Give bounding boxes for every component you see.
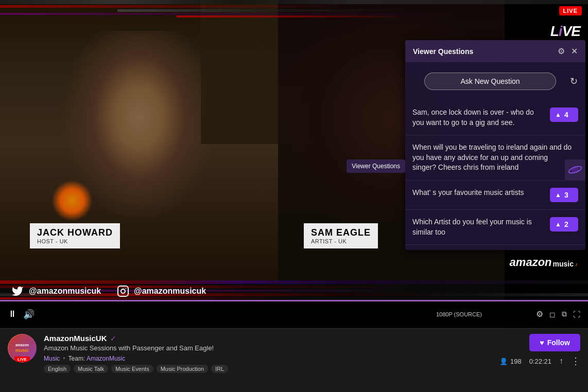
- upvote-icon-3: ▲: [555, 191, 561, 199]
- artist-lower-third: SAM EAGLE ARTIST - UK: [304, 223, 378, 248]
- svg-point-1: [121, 289, 125, 293]
- channel-info-bar: amazon music LIVE AmazonMusicUK ✓ Amazon…: [0, 328, 588, 392]
- twitter-handle-text: @amazonmusicuk: [29, 287, 101, 296]
- tag-pill[interactable]: English: [44, 365, 71, 373]
- question-text-2: When will you be traveling to ireland ag…: [412, 142, 573, 173]
- share-button[interactable]: ↑: [559, 357, 563, 366]
- avatar-live-badge: LIVE: [14, 357, 30, 362]
- more-options-button[interactable]: ⋮: [571, 355, 580, 367]
- tag-pill[interactable]: Music Talk: [74, 365, 108, 373]
- channel-name-row: AmazonMusicUK ✓: [44, 334, 489, 343]
- stream-title: Amazon Music Sessions with Passenger and…: [44, 344, 489, 352]
- player-controls: ⏸ 🔊 1080P (SOURCE) ⚙ ◻ ⧉ ⛶: [0, 300, 588, 328]
- tag-pill[interactable]: Music Events: [111, 365, 153, 373]
- follow-button[interactable]: ♥ Follow: [529, 334, 580, 351]
- tag-pill[interactable]: IRL: [211, 365, 228, 373]
- ask-new-question-button[interactable]: Ask New Question: [424, 73, 556, 90]
- vq-header-icons: ⚙ ✕: [558, 46, 578, 56]
- viewers-number: 198: [510, 358, 522, 365]
- channel-name[interactable]: AmazonMusicUK: [44, 334, 107, 343]
- heart-icon: ♥: [540, 338, 544, 347]
- vote-button-3[interactable]: ▲ 3: [550, 188, 578, 202]
- artist-role: ARTIST - UK: [311, 238, 371, 244]
- volume-button[interactable]: 🔊: [23, 309, 34, 320]
- viewers-count: 👤 198: [499, 358, 522, 365]
- viewer-questions-panel: Viewer Questions ⚙ ✕ Ask New Question ↻ …: [405, 40, 585, 250]
- host-name: JACK HOWARD: [37, 227, 113, 238]
- svg-rect-0: [118, 286, 128, 296]
- live-tv-text: LiVE: [550, 23, 580, 40]
- tag-pill[interactable]: Music Production: [157, 365, 208, 373]
- orbit-icon-button[interactable]: [565, 159, 585, 180]
- channel-info: AmazonMusicUK ✓ Amazon Music Sessions wi…: [44, 334, 489, 373]
- settings-icon[interactable]: ⚙: [536, 309, 543, 319]
- twitter-icon: [10, 285, 25, 297]
- team-label: Team: AmazonMusic: [68, 355, 126, 362]
- artist-name: SAM EAGLE: [311, 227, 371, 238]
- instagram-handle: @amazonmusicuk: [116, 285, 206, 297]
- vq-settings-button[interactable]: ⚙: [558, 46, 565, 56]
- vote-button-1[interactable]: ▲ 4: [550, 108, 578, 122]
- vq-tooltip: Viewer Questions: [347, 159, 405, 173]
- vq-close-button[interactable]: ✕: [571, 46, 578, 56]
- stream-meta: 👤 198 0:22:21 ↑ ⋮: [499, 355, 580, 367]
- vq-questions-list: Sam, once lock down is over - who do you…: [405, 100, 585, 250]
- upvote-icon-4: ▲: [555, 221, 561, 228]
- right-controls-area: ♥ Follow 👤 198 0:22:21 ↑ ⋮: [499, 334, 580, 367]
- question-item-1: Sam, once lock down is over - who do you…: [405, 100, 585, 135]
- team-link[interactable]: AmazonMusic: [87, 355, 125, 362]
- pause-button[interactable]: ⏸: [8, 309, 17, 319]
- video-player: JACK HOWARD HOST - UK SAM EAGLE ARTIST -…: [0, 0, 588, 328]
- vote-count-1: 4: [564, 111, 568, 119]
- stream-time: 0:22:21: [529, 358, 551, 365]
- question-item-2: When will you be traveling to ireland ag…: [405, 135, 585, 181]
- tags-row: EnglishMusic TalkMusic EventsMusic Produ…: [44, 365, 489, 373]
- instagram-icon: [116, 285, 130, 297]
- verified-badge: ✓: [110, 334, 116, 343]
- question-item-4: Which Artist do you feel your music is s…: [405, 210, 585, 245]
- social-bar: @amazonmusicuk @amazonmusicuk amazon mus…: [0, 285, 588, 297]
- player-right-controls: ⚙ ◻ ⧉ ⛶: [536, 309, 580, 319]
- fullscreen-icon[interactable]: ⛶: [573, 310, 580, 318]
- vote-count-4: 2: [564, 220, 568, 228]
- saturn-icon: [568, 163, 582, 177]
- twitter-handle: @amazonmusicuk: [10, 285, 101, 297]
- pip-icon[interactable]: ⧉: [562, 310, 567, 318]
- follow-label: Follow: [547, 338, 570, 347]
- vq-header: Viewer Questions ⚙ ✕: [405, 40, 585, 62]
- live-badge: LIVE: [559, 6, 582, 15]
- upvote-icon-1: ▲: [555, 111, 561, 118]
- amazon-music-logo: amazon music ♪: [510, 256, 578, 269]
- quality-badge: 1080P (SOURCE): [433, 310, 485, 319]
- question-text-4: Which Artist do you feel your music is s…: [412, 217, 545, 237]
- vote-button-4[interactable]: ▲ 2: [550, 217, 578, 231]
- vote-count-3: 3: [564, 191, 568, 199]
- channel-avatar[interactable]: amazon music LIVE: [8, 334, 37, 363]
- instagram-handle-text: @amazonmusicuk: [134, 287, 206, 296]
- question-text-1: Sam, once lock down is over - who do you…: [412, 108, 545, 128]
- viewers-icon: 👤: [499, 358, 508, 365]
- theater-icon[interactable]: ◻: [549, 310, 556, 318]
- svg-point-2: [126, 288, 127, 289]
- host-role: HOST - UK: [37, 238, 113, 244]
- vq-title: Viewer Questions: [413, 47, 473, 56]
- vq-refresh-button[interactable]: ↻: [570, 76, 578, 87]
- question-item-3: What' s your favourite music artists ▲ 3: [405, 181, 585, 210]
- host-lower-third: JACK HOWARD HOST - UK: [30, 223, 120, 248]
- question-text-3: What' s your favourite music artists: [412, 188, 545, 198]
- stream-tags: Music • Team: AmazonMusic: [44, 355, 489, 362]
- category-tag[interactable]: Music: [44, 355, 60, 362]
